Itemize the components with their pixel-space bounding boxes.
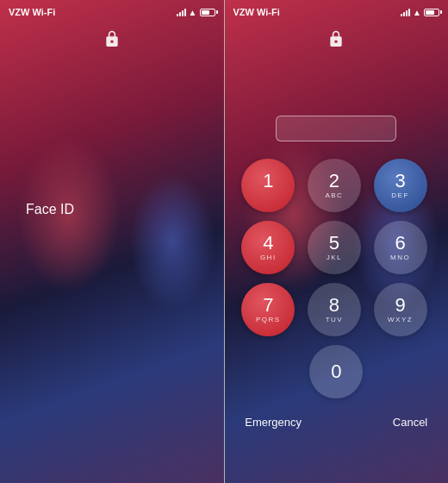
right-lock-icon	[327, 29, 345, 47]
key-4[interactable]: 4 GHI	[241, 221, 295, 274]
left-carrier: VZW Wi-Fi	[9, 7, 55, 17]
right-status-icons: ▲	[401, 8, 439, 17]
key-5[interactable]: 5 JKL	[308, 221, 361, 274]
passcode-content: 1 2 ABC 3 DEF 4 GHI 5 JKL 6 MNO	[225, 47, 449, 483]
lock-icon	[103, 29, 121, 47]
wifi-icon: ▲	[189, 8, 197, 17]
right-lock-container	[225, 29, 449, 47]
right-battery-icon	[424, 9, 439, 16]
cancel-button[interactable]: Cancel	[393, 412, 427, 432]
key-1[interactable]: 1	[241, 159, 295, 212]
passcode-input[interactable]	[276, 116, 396, 141]
key-2[interactable]: 2 ABC	[308, 159, 361, 212]
right-status-bar: VZW Wi-Fi ▲	[225, 0, 449, 21]
bottom-actions: Emergency Cancel	[241, 412, 431, 432]
signal-bars-icon	[177, 8, 186, 16]
key-9[interactable]: 9 WXYZ	[374, 283, 427, 336]
right-phone-panel: VZW Wi-Fi ▲ 1	[225, 0, 449, 483]
emergency-button[interactable]: Emergency	[245, 412, 302, 432]
right-signal-bars-icon	[401, 8, 410, 16]
key-7[interactable]: 7 PQRS	[241, 283, 295, 336]
key-3[interactable]: 3 DEF	[374, 159, 427, 212]
left-background	[0, 0, 224, 483]
zero-row: 0	[241, 345, 431, 398]
face-id-label: Face ID	[0, 202, 224, 217]
key-8[interactable]: 8 TUV	[308, 283, 361, 336]
key-0[interactable]: 0	[309, 345, 363, 398]
left-status-icons: ▲	[177, 8, 215, 17]
key-6[interactable]: 6 MNO	[374, 221, 427, 274]
right-wifi-icon: ▲	[413, 8, 421, 17]
keypad: 1 2 ABC 3 DEF 4 GHI 5 JKL 6 MNO	[241, 159, 431, 336]
lock-container	[0, 29, 224, 47]
right-carrier: VZW Wi-Fi	[233, 7, 280, 17]
battery-icon	[200, 9, 215, 16]
left-status-bar: VZW Wi-Fi ▲	[0, 0, 224, 21]
left-phone-panel: VZW Wi-Fi ▲ Face ID	[0, 0, 224, 483]
